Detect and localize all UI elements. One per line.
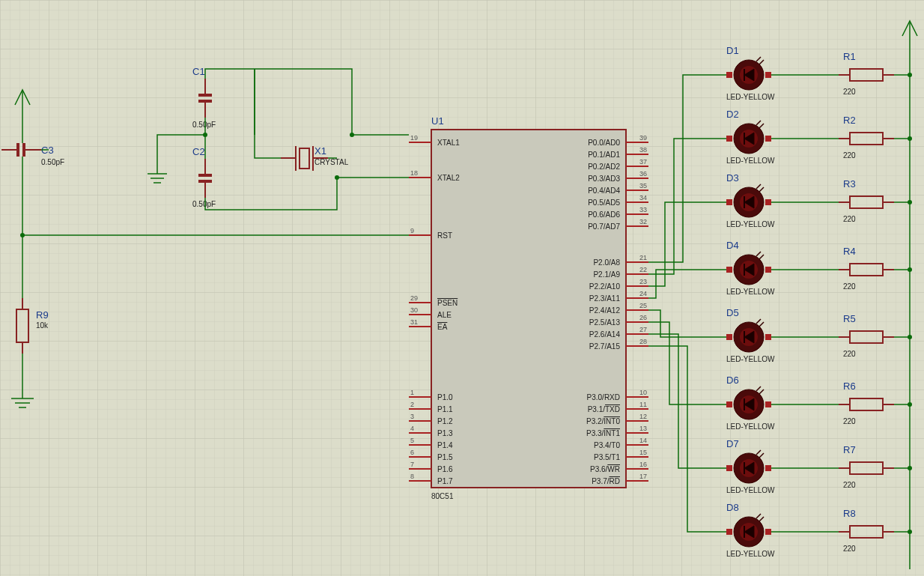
svg-text:C2: C2	[192, 146, 205, 157]
u1-part: 80C51	[431, 492, 454, 500]
svg-text:P3.7/RD: P3.7/RD	[592, 477, 620, 485]
svg-text:P2.0/A8: P2.0/A8	[593, 258, 620, 267]
svg-text:P3.0/RXD: P3.0/RXD	[587, 393, 620, 401]
svg-text:LED-YELLOW: LED-YELLOW	[726, 288, 775, 296]
svg-point-153	[203, 133, 207, 137]
svg-text:R7: R7	[843, 444, 856, 455]
svg-text:C1: C1	[192, 66, 205, 77]
svg-text:R8: R8	[843, 508, 856, 519]
svg-text:P2.1/A9: P2.1/A9	[593, 270, 620, 279]
svg-text:10: 10	[639, 389, 647, 396]
svg-text:P1.3: P1.3	[437, 429, 453, 437]
svg-point-158	[335, 175, 339, 180]
svg-text:5: 5	[410, 437, 414, 444]
svg-text:P3.5/T1: P3.5/T1	[594, 453, 620, 461]
svg-rect-234	[726, 401, 732, 407]
svg-text:D7: D7	[726, 438, 739, 449]
schematic-canvas[interactable]: U1 80C51 19XTAL118XTAL29RST 29PSEN30ALE3…	[0, 0, 924, 576]
svg-text:D3: D3	[726, 172, 739, 184]
svg-text:XTAL2: XTAL2	[437, 174, 460, 182]
svg-text:21: 21	[639, 254, 647, 261]
svg-text:D5: D5	[726, 307, 739, 318]
svg-text:10k: 10k	[36, 321, 49, 330]
svg-text:0.50pF: 0.50pF	[192, 200, 216, 208]
svg-rect-207	[765, 267, 771, 273]
svg-text:D4: D4	[726, 240, 739, 251]
svg-text:7: 7	[410, 461, 414, 468]
svg-rect-235	[765, 401, 771, 407]
svg-text:28: 28	[639, 338, 647, 345]
svg-text:P1.5: P1.5	[437, 453, 453, 461]
svg-text:X1: X1	[314, 145, 326, 157]
svg-text:34: 34	[639, 194, 647, 201]
svg-text:P0.7/AD7: P0.7/AD7	[588, 222, 620, 231]
svg-text:R1: R1	[843, 51, 856, 62]
svg-text:P3.6/WR: P3.6/WR	[590, 465, 620, 473]
svg-text:P1.1: P1.1	[437, 405, 453, 413]
svg-text:P0.2/AD2: P0.2/AD2	[588, 163, 620, 171]
svg-text:36: 36	[639, 170, 647, 178]
svg-rect-141	[22, 143, 25, 157]
svg-text:P1.2: P1.2	[437, 417, 453, 425]
svg-text:3: 3	[410, 413, 414, 420]
svg-rect-248	[726, 465, 732, 471]
svg-rect-120	[198, 94, 212, 97]
svg-text:P3.3/INT1: P3.3/INT1	[586, 429, 620, 437]
svg-text:22: 22	[639, 266, 647, 273]
svg-rect-165	[765, 72, 771, 78]
svg-text:2: 2	[410, 401, 414, 408]
svg-text:R6: R6	[843, 381, 856, 392]
svg-text:220: 220	[843, 417, 856, 425]
svg-text:12: 12	[639, 413, 647, 420]
svg-text:24: 24	[639, 290, 647, 297]
svg-rect-206	[726, 267, 732, 273]
svg-text:35: 35	[639, 182, 647, 190]
svg-rect-221	[765, 334, 771, 340]
svg-rect-127	[198, 180, 212, 183]
svg-text:220: 220	[843, 88, 856, 96]
svg-text:31: 31	[410, 318, 418, 326]
svg-text:P1.0: P1.0	[437, 393, 453, 401]
ic-u1[interactable]: U1 80C51 19XTAL118XTAL29RST 29PSEN30ALE3…	[409, 115, 648, 500]
svg-text:39: 39	[639, 134, 647, 142]
svg-text:30: 30	[410, 306, 418, 314]
u1-ref: U1	[431, 115, 444, 127]
svg-text:220: 220	[843, 215, 856, 223]
svg-text:16: 16	[639, 461, 647, 468]
svg-text:R3: R3	[843, 178, 856, 190]
svg-text:220: 220	[843, 282, 856, 291]
svg-text:P1.4: P1.4	[437, 441, 453, 449]
svg-text:27: 27	[639, 326, 647, 333]
svg-text:LED-YELLOW: LED-YELLOW	[726, 486, 775, 494]
svg-text:R9: R9	[36, 309, 49, 321]
svg-text:XTAL1: XTAL1	[437, 139, 460, 147]
svg-text:15: 15	[639, 449, 647, 456]
svg-text:P0.0/AD0: P0.0/AD0	[588, 139, 620, 147]
svg-text:P2.6/A14: P2.6/A14	[589, 330, 621, 339]
svg-point-159	[350, 133, 354, 137]
svg-text:LED-YELLOW: LED-YELLOW	[726, 220, 775, 228]
svg-text:P3.4/T0: P3.4/T0	[594, 441, 620, 449]
svg-text:P1.7: P1.7	[437, 477, 453, 485]
svg-text:P0.5/AD5: P0.5/AD5	[588, 198, 620, 207]
svg-text:1: 1	[410, 389, 414, 396]
svg-text:26: 26	[639, 314, 647, 321]
svg-text:0.50pF: 0.50pF	[192, 121, 216, 129]
svg-text:23: 23	[639, 278, 647, 285]
svg-text:6: 6	[410, 449, 414, 456]
svg-text:0.50pF: 0.50pF	[41, 158, 64, 166]
svg-text:9: 9	[410, 227, 414, 234]
svg-text:RST: RST	[437, 231, 452, 240]
svg-text:P2.3/A11: P2.3/A11	[589, 294, 621, 303]
svg-text:33: 33	[639, 206, 647, 213]
svg-text:17: 17	[639, 473, 647, 480]
svg-text:ALE: ALE	[437, 311, 452, 319]
svg-rect-220	[726, 334, 732, 340]
svg-text:PSEN: PSEN	[437, 299, 458, 307]
svg-rect-179	[765, 136, 771, 142]
svg-text:LED-YELLOW: LED-YELLOW	[726, 93, 775, 101]
svg-text:220: 220	[843, 151, 856, 160]
svg-text:D1: D1	[726, 45, 739, 56]
svg-text:R4: R4	[843, 246, 856, 257]
svg-text:25: 25	[639, 302, 647, 309]
